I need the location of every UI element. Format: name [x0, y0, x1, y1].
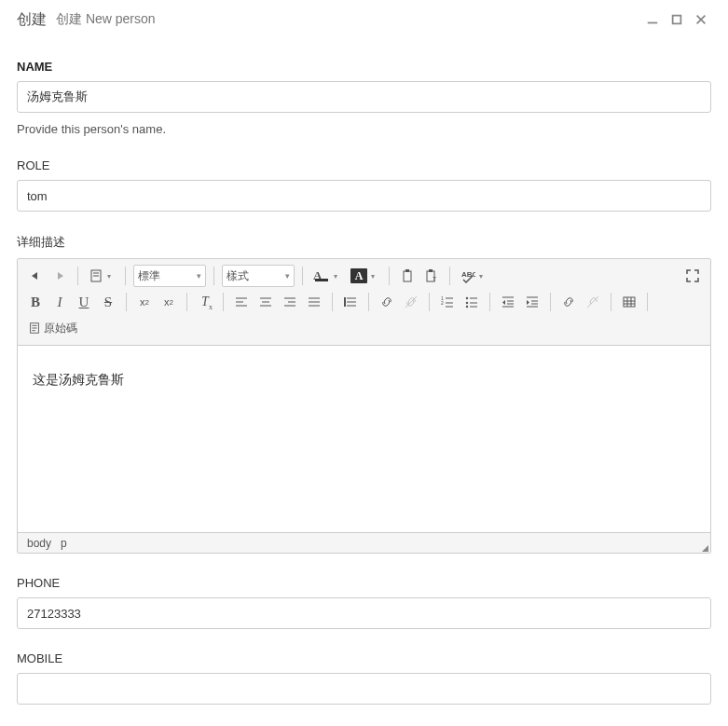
- svg-rect-1: [673, 16, 681, 24]
- styles-select[interactable]: 樣式 ▾: [222, 265, 295, 287]
- remove-anchor-button[interactable]: [582, 291, 604, 313]
- window-maximize-button[interactable]: [666, 9, 687, 30]
- align-left-icon: [234, 295, 249, 309]
- paste-button[interactable]: [396, 265, 419, 287]
- chevron-down-icon: ▾: [197, 271, 201, 281]
- table-icon: [622, 295, 637, 309]
- spellcheck-button[interactable]: ABC: [457, 265, 479, 287]
- maximize-icon: [670, 13, 683, 26]
- field-mobile: MOBILE: [17, 651, 711, 705]
- align-right-icon: [282, 295, 297, 309]
- outdent-icon: [501, 295, 515, 309]
- editor-maximize-button[interactable]: [681, 265, 704, 287]
- numbered-list-icon: 12: [440, 295, 455, 309]
- redo-icon: [52, 268, 67, 283]
- paste-text-button[interactable]: T: [420, 265, 443, 287]
- align-center-button[interactable]: [254, 291, 277, 313]
- window-close-button[interactable]: [691, 9, 711, 30]
- window-minimize-button[interactable]: [642, 9, 663, 30]
- outdent-button[interactable]: [497, 291, 519, 313]
- undo-button[interactable]: [24, 265, 47, 287]
- table-button[interactable]: [618, 291, 640, 313]
- rte-paragraph: 这是汤姆克鲁斯: [33, 372, 695, 389]
- role-input[interactable]: [17, 180, 711, 212]
- strikethrough-button[interactable]: S: [97, 291, 119, 313]
- help-name: Provide this person's name.: [17, 122, 711, 136]
- indent-icon: [525, 295, 540, 309]
- svg-rect-8: [405, 269, 409, 272]
- source-icon: [28, 322, 41, 335]
- field-phone: PHONE: [17, 576, 711, 629]
- window-titlebar: 创建 创建 New person: [0, 0, 728, 37]
- bulleted-list-icon: [464, 295, 479, 309]
- svg-point-36: [466, 302, 468, 304]
- align-right-button[interactable]: [279, 291, 301, 313]
- remove-format-icon: Tx: [201, 295, 209, 309]
- templates-button[interactable]: [85, 265, 107, 287]
- name-input[interactable]: [17, 81, 711, 113]
- svg-rect-50: [624, 297, 635, 307]
- align-left-button[interactable]: [230, 291, 253, 313]
- paste-text-icon: T: [424, 268, 439, 283]
- source-button[interactable]: 原始碼: [24, 317, 81, 339]
- text-color-button[interactable]: A: [309, 265, 334, 287]
- superscript-button[interactable]: x2: [158, 291, 180, 313]
- bold-button[interactable]: B: [24, 291, 47, 313]
- svg-rect-10: [429, 269, 433, 272]
- spellcheck-caret[interactable]: ▾: [479, 272, 490, 281]
- bg-color-button[interactable]: A: [347, 265, 371, 287]
- blockquote-button[interactable]: [339, 291, 362, 313]
- spellcheck-icon: ABC: [460, 268, 475, 283]
- bg-color-caret[interactable]: ▾: [371, 272, 382, 281]
- source-label: 原始碼: [44, 321, 77, 336]
- text-color-icon: A: [313, 268, 330, 283]
- indent-button[interactable]: [521, 291, 543, 313]
- undo-icon: [28, 268, 43, 283]
- label-role: ROLE: [17, 158, 711, 172]
- svg-rect-7: [404, 271, 411, 281]
- svg-text:T: T: [433, 276, 437, 282]
- text-color-caret[interactable]: ▾: [334, 272, 345, 281]
- rte-content-area[interactable]: 这是汤姆克鲁斯: [18, 346, 710, 532]
- bulleted-list-button[interactable]: [460, 291, 483, 313]
- field-description: 详细描述 ▾: [17, 234, 711, 554]
- fullscreen-icon: [685, 268, 700, 283]
- path-body[interactable]: body: [27, 537, 51, 550]
- rte-resize-grip[interactable]: [702, 545, 708, 552]
- numbered-list-button[interactable]: 12: [436, 291, 459, 313]
- window-title-main: 创建: [17, 10, 47, 30]
- label-phone: PHONE: [17, 576, 711, 590]
- paragraph-format-value: 標準: [138, 268, 160, 284]
- path-p[interactable]: p: [61, 537, 67, 550]
- anchor-button[interactable]: [557, 291, 580, 313]
- subscript-button[interactable]: x2: [133, 291, 156, 313]
- unlink-button[interactable]: [400, 291, 422, 313]
- remove-anchor-icon: [585, 295, 600, 309]
- paste-icon: [400, 268, 415, 283]
- underline-button[interactable]: U: [73, 291, 95, 313]
- rte-toolbar: ▾ 標準 ▾ 樣式 ▾ A: [18, 259, 710, 346]
- styles-value: 樣式: [227, 268, 249, 284]
- italic-button[interactable]: I: [48, 291, 71, 313]
- rich-text-editor: ▾ 標準 ▾ 樣式 ▾ A: [17, 258, 711, 554]
- align-justify-button[interactable]: [303, 291, 325, 313]
- svg-text:2: 2: [441, 300, 444, 306]
- templates-icon: [89, 268, 103, 283]
- paragraph-format-select[interactable]: 標準 ▾: [133, 265, 206, 287]
- chevron-down-icon: ▾: [285, 271, 290, 281]
- redo-button[interactable]: [48, 265, 71, 287]
- unlink-icon: [404, 295, 419, 309]
- label-mobile: MOBILE: [17, 651, 711, 665]
- align-justify-icon: [307, 295, 322, 309]
- phone-input[interactable]: [17, 597, 711, 629]
- mobile-input[interactable]: [17, 673, 711, 705]
- svg-text:ABC: ABC: [461, 270, 475, 279]
- svg-point-37: [466, 306, 468, 308]
- close-icon: [694, 13, 707, 26]
- label-name: NAME: [17, 60, 711, 74]
- label-description: 详细描述: [17, 234, 711, 251]
- link-button[interactable]: [376, 291, 398, 313]
- field-name: NAME Provide this person's name.: [17, 60, 711, 136]
- templates-caret[interactable]: ▾: [107, 272, 118, 281]
- remove-format-button[interactable]: Tx: [194, 291, 216, 313]
